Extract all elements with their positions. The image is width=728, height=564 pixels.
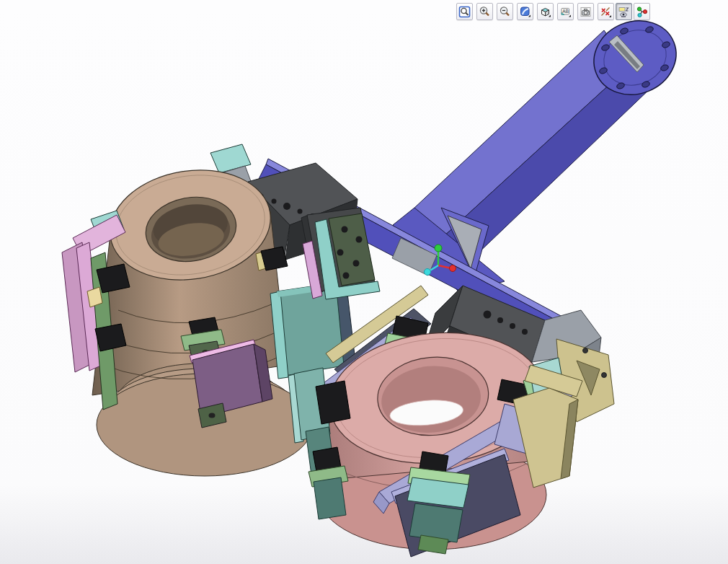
- markup-visibility-button[interactable]: [616, 3, 632, 20]
- shaded-view-button[interactable]: [517, 3, 533, 20]
- ab-tag-text: AB: [562, 9, 569, 14]
- coordinate-triad-button[interactable]: [634, 3, 650, 20]
- zoom-in-button[interactable]: [476, 3, 493, 20]
- annotation-button[interactable]: AB: [557, 3, 574, 20]
- view-toolbar: AB: [456, 3, 650, 20]
- cad-viewport[interactable]: AB: [0, 0, 728, 564]
- crossed-x-icon: [600, 6, 612, 18]
- camera-icon: [580, 6, 592, 18]
- snapshot-button[interactable]: [577, 3, 594, 20]
- view-orientation-button[interactable]: [537, 3, 554, 20]
- triad-spheres-icon: [636, 6, 648, 18]
- magnifier-minus-icon: [499, 6, 511, 18]
- blue-brush-square-icon: [519, 6, 531, 18]
- cube-icon: [539, 6, 551, 18]
- hide-dimensions-button[interactable]: [598, 3, 614, 20]
- ab-tag-icon: AB: [559, 6, 572, 18]
- zoom-out-button[interactable]: [497, 3, 513, 20]
- viewport-canvas[interactable]: [0, 0, 728, 564]
- zoom-window-button[interactable]: [456, 3, 473, 20]
- magnifier-plus-icon: [479, 6, 491, 18]
- magnifier-box-icon: [458, 6, 471, 18]
- tag-eye-icon: [618, 6, 630, 18]
